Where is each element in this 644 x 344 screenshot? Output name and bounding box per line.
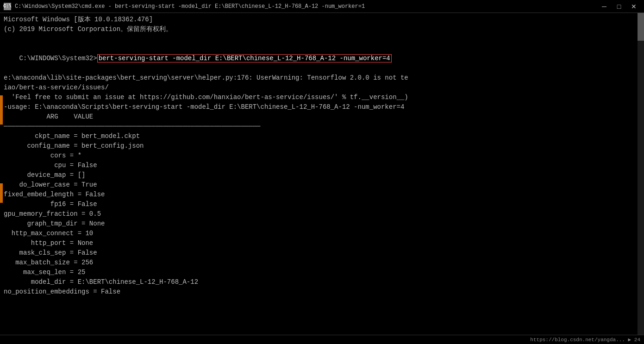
- line-8: -usage: E:\anaconda\Scripts\bert-serving…: [4, 102, 640, 112]
- line-5: e:\anaconda\lib\site-packages\bert_servi…: [4, 73, 640, 83]
- line-21: http_max_connect = 10: [4, 229, 640, 238]
- window-controls: ─ □ ✕: [598, 1, 640, 12]
- line-6: iao/bert-as-service/issues/: [4, 83, 640, 93]
- cmd-icon: C:\: [4, 3, 11, 10]
- scrollbar-track[interactable]: [638, 13, 644, 335]
- line-17: fixed_embed_length = False: [4, 190, 640, 200]
- line-4: C:\WINDOWS\System32>bert-serving-start -…: [4, 44, 640, 73]
- line-9: ARG VALUE: [4, 112, 640, 122]
- line-26: model_dir = E:\BERT\chinese_L-12_H-768_A…: [4, 277, 640, 287]
- line-7: 'Feel free to submit an issue at https:/…: [4, 93, 640, 102]
- indicator-1: [0, 95, 3, 105]
- line-23: mask_cls_sep = False: [4, 248, 640, 258]
- minimize-button[interactable]: ─: [598, 1, 611, 12]
- terminal-area: Microsoft Windows [版本 10.0.18362.476] (c…: [0, 13, 644, 335]
- left-indicators: [0, 95, 3, 125]
- line-11: ckpt_name = bert_model.ckpt: [4, 131, 640, 141]
- prompt: C:\WINDOWS\System32>: [19, 55, 97, 62]
- command-text: bert-serving-start -model_dir E:\BERT\ch…: [97, 54, 392, 63]
- scrollbar-thumb[interactable]: [638, 13, 644, 41]
- title-bar-left: C:\ C:\Windows\System32\cmd.exe - bert-s…: [4, 3, 365, 10]
- left-indicators-2: [0, 183, 3, 203]
- line-22: http_port = None: [4, 238, 640, 248]
- window-title: C:\Windows\System32\cmd.exe - bert-servi…: [15, 3, 365, 10]
- line-24: max_batch_size = 256: [4, 258, 640, 268]
- status-bar: https://blog.csdn.net/yangda... ▶ 24: [0, 335, 644, 344]
- line-10: ────────────────────────────────────────…: [4, 122, 640, 131]
- line-27: no_position_embeddings = False: [4, 287, 640, 297]
- line-20: graph_tmp_dir = None: [4, 219, 640, 229]
- indicator-5: [0, 193, 3, 203]
- line-1: Microsoft Windows [版本 10.0.18362.476]: [4, 15, 640, 25]
- indicator-2: [0, 105, 3, 115]
- maximize-button[interactable]: □: [613, 1, 625, 12]
- line-19: gpu_memory_fraction = 0.5: [4, 209, 640, 219]
- line-25: max_seq_len = 25: [4, 268, 640, 277]
- line-16: do_lower_case = True: [4, 180, 640, 190]
- line-15: device_map = []: [4, 170, 640, 180]
- close-button[interactable]: ✕: [627, 1, 640, 12]
- indicator-4: [0, 183, 3, 193]
- indicator-3: [0, 115, 3, 125]
- line-14: cpu = False: [4, 161, 640, 170]
- line-2: (c) 2019 Microsoft Corporation。保留所有权利。: [4, 25, 640, 34]
- line-13: cors = *: [4, 151, 640, 161]
- line-18: fp16 = False: [4, 200, 640, 209]
- title-bar: C:\ C:\Windows\System32\cmd.exe - bert-s…: [0, 0, 644, 13]
- line-3: [4, 34, 640, 44]
- line-12: config_name = bert_config.json: [4, 141, 640, 151]
- status-text: https://blog.csdn.net/yangda... ▶ 24: [530, 337, 640, 343]
